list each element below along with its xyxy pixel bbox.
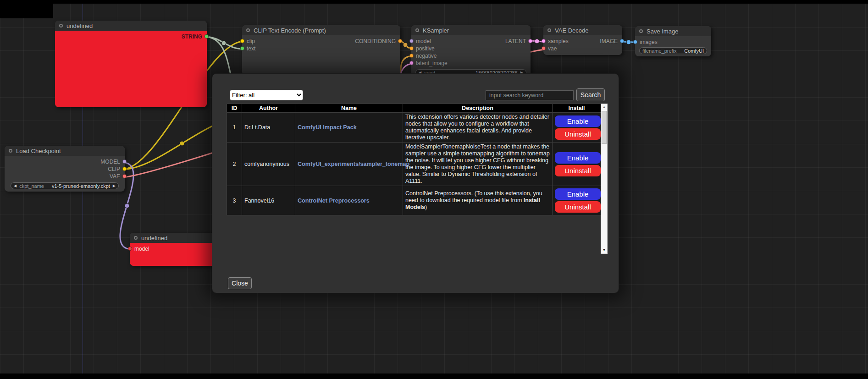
link-midpoint-dot[interactable] <box>221 41 226 45</box>
description-text: ModelSamplerTonemapNoiseTest a node that… <box>405 143 550 184</box>
search-button[interactable]: Search <box>576 88 605 101</box>
close-button[interactable]: Close <box>228 277 252 289</box>
output-pin-image[interactable] <box>620 39 624 43</box>
input-pin-negative[interactable] <box>409 54 414 58</box>
node-load-checkpoint[interactable]: Load Checkpoint MODEL CLIP VAE ◀ ckpt_na… <box>5 146 125 192</box>
col-header-name: Name <box>295 104 403 113</box>
slot-label-model: model <box>134 246 149 252</box>
node-title: KSampler <box>423 27 449 34</box>
extension-link[interactable]: ComfyUI Impact Pack <box>298 124 357 131</box>
node-title-bar[interactable]: Load Checkpoint <box>5 146 125 156</box>
node-title-bar[interactable]: VAE Decode <box>543 25 622 35</box>
link-midpoint-dot[interactable] <box>180 141 184 146</box>
table-scrollbar[interactable]: ▲ ▼ <box>601 104 608 254</box>
slot-label-positive: positive <box>416 45 435 52</box>
input-pin-positive[interactable] <box>409 46 414 50</box>
col-header-id: ID <box>227 104 242 113</box>
link-midpoint-dot[interactable] <box>403 43 408 47</box>
input-pin-images[interactable] <box>633 40 637 44</box>
output-pin-model[interactable] <box>122 159 127 164</box>
input-pin-vae[interactable] <box>542 46 546 50</box>
link-midpoint-dot[interactable] <box>626 40 631 44</box>
uninstall-button[interactable]: Uninstall <box>555 128 601 140</box>
node-title-bar[interactable]: CLIP Text Encode (Prompt) <box>242 25 400 35</box>
slot-label-latent-image: latent_image <box>416 60 448 66</box>
node-ksampler[interactable]: KSampler model LATENT positive negative … <box>411 25 531 77</box>
node-save-image[interactable]: Save Image images filename_prefix ComfyU… <box>635 26 711 56</box>
node-undefined-top[interactable]: undefined STRING <box>55 21 207 107</box>
search-input[interactable] <box>486 90 574 100</box>
collapse-dot-icon[interactable] <box>59 24 63 27</box>
node-clip-text-encode[interactable]: CLIP Text Encode (Prompt) clip CONDITION… <box>242 25 400 76</box>
output-pin-vae[interactable] <box>122 174 127 178</box>
col-header-install: Install <box>553 104 601 113</box>
collapse-dot-icon[interactable] <box>9 149 12 153</box>
scroll-up-icon[interactable]: ▲ <box>601 104 607 110</box>
input-pin-latent-image[interactable] <box>409 61 414 65</box>
ckpt-widget-label: ckpt_name <box>19 183 44 189</box>
output-pin-conditioning[interactable] <box>398 39 402 43</box>
collapse-dot-icon[interactable] <box>134 236 138 240</box>
node-title: undefined <box>66 22 93 29</box>
collapse-dot-icon[interactable] <box>639 29 643 33</box>
link-midpoint-dot[interactable] <box>125 203 129 208</box>
input-pin-model[interactable] <box>409 39 414 43</box>
filter-select[interactable]: Filter: all <box>230 90 303 100</box>
enable-button[interactable]: Enable <box>555 152 601 164</box>
collapse-dot-icon[interactable] <box>547 28 551 32</box>
prefix-widget-label: filename_prefix <box>642 48 677 54</box>
col-header-description: Description <box>403 104 553 113</box>
node-title: VAE Decode <box>555 27 588 34</box>
cell-id: 1 <box>227 113 242 143</box>
cell-install: Enable Uninstall <box>553 113 601 143</box>
cell-author: comfyanonymous <box>242 143 295 186</box>
custom-nodes-manager-dialog: Filter: all Search ID Author Name Descri… <box>212 73 619 293</box>
enable-button[interactable]: Enable <box>555 115 601 127</box>
input-pin-samples[interactable] <box>542 39 546 43</box>
description-text: ControlNet Preprocessors. (To use this e… <box>405 190 542 203</box>
ckpt-decrement-icon[interactable]: ◀ <box>14 184 17 188</box>
scrollbar-thumb[interactable] <box>602 111 607 144</box>
uninstall-button[interactable]: Uninstall <box>555 165 601 176</box>
prefix-widget-value: ComfyUI <box>684 48 704 54</box>
slot-label-string: STRING <box>182 33 202 40</box>
slot-label-samples: samples <box>548 38 569 44</box>
output-pin-latent[interactable] <box>528 39 532 43</box>
node-vae-decode[interactable]: VAE Decode samples IMAGE vae <box>543 25 622 55</box>
node-title: undefined <box>141 235 167 242</box>
col-header-author: Author <box>242 104 295 113</box>
cell-author: Dr.Lt.Data <box>242 113 295 143</box>
extension-link[interactable]: ControlNet Preprocessors <box>298 198 370 204</box>
node-title-bar[interactable]: KSampler <box>411 25 531 35</box>
slot-label-clip: clip <box>247 38 255 44</box>
input-pin-clip[interactable] <box>240 39 244 43</box>
filename-prefix-widget[interactable]: filename_prefix ComfyUI <box>639 47 707 54</box>
cell-install: Enable Uninstall <box>553 143 601 186</box>
scroll-down-icon[interactable]: ▼ <box>601 247 607 253</box>
enable-button[interactable]: Enable <box>555 188 601 200</box>
extension-link[interactable]: ComfyUI_experiments/sampler_tonemap <box>298 161 409 167</box>
slot-label-image: IMAGE <box>600 38 618 44</box>
cell-id: 3 <box>227 186 242 215</box>
cell-id: 2 <box>227 143 242 186</box>
node-title-bar[interactable]: Save Image <box>635 26 711 36</box>
output-pin-string[interactable] <box>205 34 209 38</box>
ckpt-name-widget[interactable]: ◀ ckpt_name v1-5-pruned-emaonly.ckpt ▶ <box>11 182 119 189</box>
description-text: ) <box>425 204 427 210</box>
cell-install: Enable Uninstall <box>553 186 601 215</box>
input-pin-text[interactable] <box>240 46 244 50</box>
link-midpoint-dot[interactable] <box>535 39 539 44</box>
slot-label-latent: LATENT <box>505 38 526 44</box>
cell-author: Fannovel16 <box>242 186 295 215</box>
collapse-dot-icon[interactable] <box>415 28 419 32</box>
collapse-dot-icon[interactable] <box>246 28 250 32</box>
node-title-bar[interactable]: undefined <box>55 21 207 31</box>
cell-description: ControlNet Preprocessors. (To use this e… <box>403 186 553 215</box>
extensions-table-container: ID Author Name Description Install 1 Dr.… <box>227 104 608 254</box>
output-pin-clip[interactable] <box>122 167 127 171</box>
slot-label-images: images <box>640 39 658 45</box>
slot-label-text: text <box>247 45 255 52</box>
input-pin-model[interactable] <box>128 247 132 251</box>
uninstall-button[interactable]: Uninstall <box>555 201 601 213</box>
ckpt-increment-icon[interactable]: ▶ <box>113 184 116 188</box>
